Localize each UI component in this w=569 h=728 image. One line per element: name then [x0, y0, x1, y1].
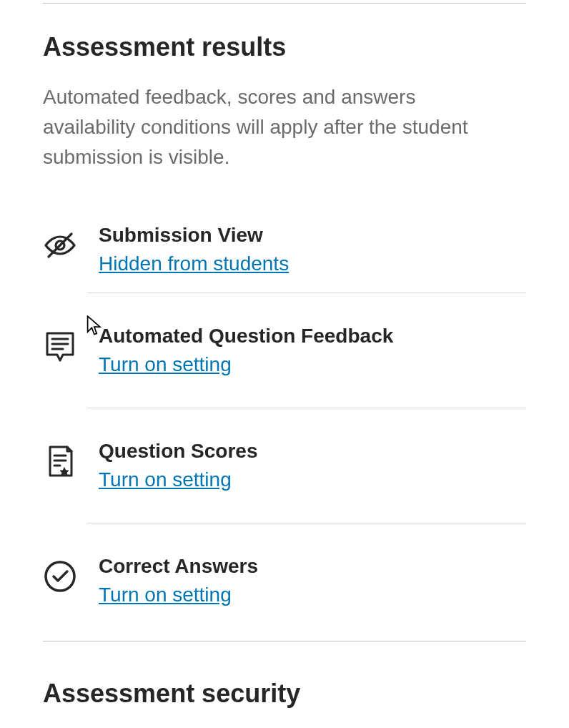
setting-link-correct-answers[interactable]: Turn on setting: [99, 584, 232, 606]
section-divider: [43, 641, 526, 641]
check-circle-icon: [43, 555, 99, 594]
setting-link-question-scores[interactable]: Turn on setting: [99, 468, 232, 491]
section-title-assessment-results: Assessment results: [43, 32, 526, 62]
setting-link-submission-view[interactable]: Hidden from students: [99, 252, 289, 275]
section-description: Automated feedback, scores and answers a…: [43, 82, 500, 172]
setting-title-question-scores: Question Scores: [99, 440, 526, 463]
setting-row-submission-view: Submission View Hidden from students: [43, 207, 526, 292]
setting-row-question-scores: Question Scores Turn on setting: [87, 408, 526, 523]
setting-title-automated-feedback: Automated Question Feedback: [99, 325, 526, 348]
setting-row-correct-answers: Correct Answers Turn on setting: [87, 523, 526, 629]
section-title-assessment-security: Assessment security: [43, 679, 526, 709]
svg-point-8: [46, 562, 74, 591]
feedback-icon: [43, 325, 99, 363]
setting-link-automated-feedback[interactable]: Turn on setting: [99, 353, 232, 376]
setting-title-correct-answers: Correct Answers: [99, 555, 526, 578]
visibility-off-icon: [43, 224, 99, 262]
scores-icon: [43, 440, 99, 478]
setting-row-automated-feedback: Automated Question Feedback Turn on sett…: [87, 293, 526, 408]
setting-title-submission-view: Submission View: [99, 224, 526, 247]
top-divider: [43, 3, 526, 4]
